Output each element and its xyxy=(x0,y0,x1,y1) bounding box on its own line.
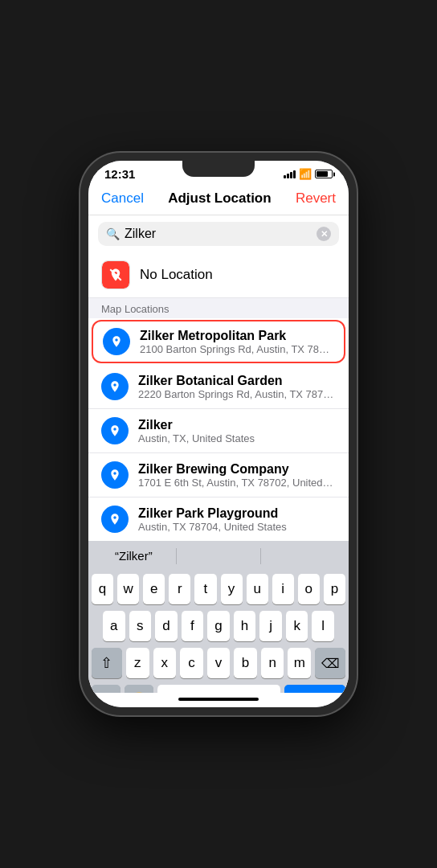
key-q[interactable]: q xyxy=(92,574,113,604)
key-h[interactable]: h xyxy=(234,611,256,641)
home-indicator xyxy=(178,698,259,701)
search-input[interactable]: Zilker xyxy=(125,227,312,241)
key-m[interactable]: m xyxy=(288,648,311,678)
key-t[interactable]: t xyxy=(194,574,216,604)
search-container: 🔍 Zilker ✕ xyxy=(88,215,349,252)
location-name-3: Zilker Brewing Company xyxy=(138,462,336,477)
location-addr-3: 1701 E 6th St, Austin, TX 78702, United … xyxy=(138,477,336,489)
page-title: Adjust Location xyxy=(168,190,271,207)
space-key[interactable]: space xyxy=(157,685,280,693)
suggestion-divider-2 xyxy=(260,548,261,564)
location-name-2: Zilker xyxy=(138,418,336,432)
status-time: 12:31 xyxy=(104,167,135,181)
pin-icon-1 xyxy=(101,373,129,400)
key-n[interactable]: n xyxy=(261,648,284,678)
key-b[interactable]: b xyxy=(234,648,257,678)
suggestion-divider-1 xyxy=(176,548,177,564)
no-location-icon xyxy=(101,260,130,289)
suggestion-bar: “Zilker” xyxy=(88,541,349,571)
keyboard-row-4: 123 🙂 space search xyxy=(92,685,345,693)
status-icons: 📶 xyxy=(284,168,333,180)
key-d[interactable]: d xyxy=(155,611,178,641)
pin-icon-2 xyxy=(101,417,129,444)
key-w[interactable]: w xyxy=(117,574,139,604)
key-o[interactable]: o xyxy=(298,574,320,604)
phone-screen: 12:31 📶 Cancel Adjust Location Revert xyxy=(88,161,349,707)
location-addr-0: 2100 Barton Springs Rd, Austin, TX 78704… xyxy=(140,343,334,355)
delete-key[interactable]: ⌫ xyxy=(315,648,345,678)
emoji-key[interactable]: 🙂 xyxy=(125,685,153,693)
no-location-row[interactable]: No Location xyxy=(88,252,349,298)
key-f[interactable]: f xyxy=(182,611,204,641)
key-l[interactable]: l xyxy=(312,611,334,641)
cancel-button[interactable]: Cancel xyxy=(101,190,144,207)
location-name-4: Zilker Park Playground xyxy=(138,506,336,521)
key-s[interactable]: s xyxy=(129,611,152,641)
map-locations-header: Map Locations xyxy=(88,298,349,318)
location-addr-4: Austin, TX 78704, United States xyxy=(138,521,336,533)
keyboard-row-1: q w e r t y u i o p xyxy=(92,574,345,604)
location-info-2: Zilker Austin, TX, United States xyxy=(138,418,336,444)
notch xyxy=(182,161,255,177)
location-info-1: Zilker Botanical Garden 2220 Barton Spri… xyxy=(138,374,336,400)
key-a[interactable]: a xyxy=(103,611,125,641)
pin-icon-3 xyxy=(101,461,129,489)
location-name-0: Zilker Metropolitan Park xyxy=(140,329,334,343)
location-addr-1: 2220 Barton Springs Rd, Austin, TX 78746… xyxy=(138,388,336,400)
keyboard-row-2: a s d f g h j k l xyxy=(92,611,345,641)
key-e[interactable]: e xyxy=(143,574,165,604)
search-icon: 🔍 xyxy=(106,227,120,240)
key-u[interactable]: u xyxy=(247,574,268,604)
revert-button[interactable]: Revert xyxy=(296,190,336,207)
shift-key[interactable]: ⇧ xyxy=(92,648,122,678)
location-list: Zilker Metropolitan Park 2100 Barton Spr… xyxy=(88,318,349,541)
search-bar[interactable]: 🔍 Zilker ✕ xyxy=(98,222,339,246)
search-clear-button[interactable]: ✕ xyxy=(317,227,331,241)
key-y[interactable]: y xyxy=(221,574,243,604)
location-addr-2: Austin, TX, United States xyxy=(138,432,336,444)
wifi-icon: 📶 xyxy=(299,168,312,180)
key-p[interactable]: p xyxy=(324,574,345,604)
key-g[interactable]: g xyxy=(207,611,230,641)
location-item-1[interactable]: Zilker Botanical Garden 2220 Barton Spri… xyxy=(88,365,349,409)
key-i[interactable]: i xyxy=(272,574,294,604)
nav-bar: Cancel Adjust Location Revert xyxy=(88,184,349,215)
signal-bars-icon xyxy=(284,170,296,178)
search-key[interactable]: search xyxy=(284,685,345,693)
numbers-key[interactable]: 123 xyxy=(92,685,120,693)
key-x[interactable]: x xyxy=(153,648,177,678)
keyboard: q w e r t y u i o p a s d f g xyxy=(88,571,349,693)
location-item-3[interactable]: Zilker Brewing Company 1701 E 6th St, Au… xyxy=(88,453,349,497)
location-info-0: Zilker Metropolitan Park 2100 Barton Spr… xyxy=(140,329,334,355)
key-v[interactable]: v xyxy=(207,648,231,678)
key-c[interactable]: c xyxy=(180,648,203,678)
no-location-svg xyxy=(108,268,123,282)
phone-frame: 12:31 📶 Cancel Adjust Location Revert xyxy=(80,153,357,715)
suggestion-item-0[interactable]: “Zilker” xyxy=(95,546,173,566)
no-location-label: No Location xyxy=(140,267,213,283)
suggestion-item-2[interactable] xyxy=(264,553,342,559)
content-area: No Location Map Locations Zilker Metropo… xyxy=(88,252,349,693)
key-r[interactable]: r xyxy=(169,574,190,604)
key-j[interactable]: j xyxy=(259,611,282,641)
location-item-4[interactable]: Zilker Park Playground Austin, TX 78704,… xyxy=(88,497,349,541)
location-info-4: Zilker Park Playground Austin, TX 78704,… xyxy=(138,506,336,533)
suggestion-item-1[interactable] xyxy=(180,553,258,559)
keyboard-row-3: ⇧ z x c v b n m ⌫ xyxy=(92,648,345,678)
home-indicator-area xyxy=(88,693,349,707)
key-z[interactable]: z xyxy=(126,648,149,678)
battery-icon xyxy=(315,170,333,178)
key-k[interactable]: k xyxy=(286,611,308,641)
location-item-2[interactable]: Zilker Austin, TX, United States xyxy=(88,409,349,453)
location-name-1: Zilker Botanical Garden xyxy=(138,374,336,388)
location-info-3: Zilker Brewing Company 1701 E 6th St, Au… xyxy=(138,462,336,489)
location-item-0[interactable]: Zilker Metropolitan Park 2100 Barton Spr… xyxy=(92,320,345,363)
pin-icon-4 xyxy=(101,506,129,533)
pin-icon-0 xyxy=(103,328,130,355)
